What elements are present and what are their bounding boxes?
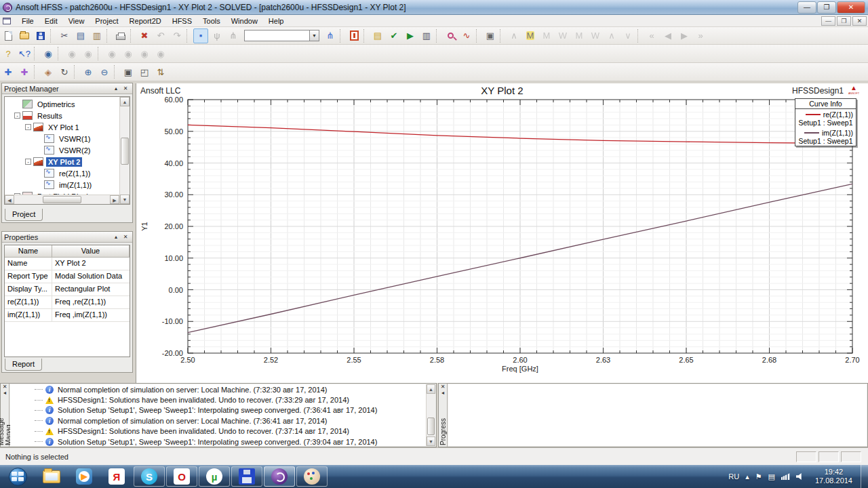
collapse-icon[interactable]: - — [25, 159, 31, 165]
boolean-subtract-button[interactable]: ✚ — [17, 64, 32, 79]
pan-button[interactable]: ◈ — [41, 64, 56, 79]
utorrent-taskbar-button[interactable]: µ — [199, 466, 230, 487]
message-vertical-scrollbar[interactable]: ▲ ▼ — [426, 384, 435, 446]
close-panel-icon[interactable]: ✕ — [121, 85, 130, 93]
solve-setup-button[interactable] — [347, 28, 361, 43]
property-value[interactable]: Freq ,re(Z(1,1)) — [52, 296, 130, 308]
open-file-button[interactable] — [17, 28, 32, 43]
wave-fast-button[interactable]: M — [523, 28, 538, 43]
tree-vertical-scrollbar[interactable]: ▲ ▼ — [119, 97, 130, 204]
minimize-button[interactable]: — — [797, 1, 816, 14]
snap-mode-button[interactable]: ψ — [210, 28, 224, 43]
start-button[interactable] — [1, 466, 35, 487]
print-button[interactable] — [113, 28, 128, 43]
collapse-panel-icon[interactable]: ◂ — [441, 390, 444, 396]
wave-w2-button[interactable]: W — [588, 28, 603, 43]
tree-item-xy-plot-1[interactable]: -XY Plot 1 — [14, 121, 119, 133]
solids-mode-button[interactable]: ▪ — [193, 28, 208, 43]
undo-button[interactable]: ↶ — [153, 28, 168, 43]
create-report-button[interactable]: ∿ — [459, 28, 474, 43]
hide-active-button[interactable]: ◉ — [121, 46, 136, 61]
nav-first-button[interactable]: « — [644, 28, 659, 43]
mdi-close-button[interactable]: ✕ — [852, 16, 867, 26]
close-panel-icon[interactable]: ✕ — [121, 233, 130, 241]
copy-report-button[interactable]: ▣ — [483, 28, 498, 43]
show-visible-button[interactable]: ◉ — [41, 46, 56, 61]
menu-help[interactable]: Help — [263, 16, 290, 26]
orient-axes-button[interactable]: ⇅ — [153, 64, 168, 79]
menu-file[interactable]: File — [16, 16, 39, 26]
media-player-taskbar-button[interactable] — [68, 466, 100, 487]
hide-selection-button[interactable]: ◉ — [64, 46, 79, 61]
scroll-down-icon[interactable]: ▼ — [120, 195, 130, 204]
explorer-taskbar-button[interactable] — [36, 466, 67, 487]
clipboard-tray-icon[interactable]: ▤ — [768, 472, 775, 481]
menu-project[interactable]: Project — [90, 16, 123, 26]
skype-taskbar-button[interactable]: S — [134, 466, 165, 487]
delete-button[interactable]: ✖ — [137, 28, 152, 43]
curve-info-legend[interactable]: Curve Info re(Z(1,1))Setup1 : Sweep1im(Z… — [795, 98, 856, 146]
property-value[interactable]: Freq ,im(Z(1,1)) — [52, 309, 130, 321]
pin-icon[interactable]: ▴ — [111, 233, 121, 241]
nav-prev-button[interactable]: ◀ — [660, 28, 675, 43]
menu-edit[interactable]: Edit — [39, 16, 63, 26]
mdi-minimize-button[interactable]: — — [821, 16, 835, 26]
mdi-document-icon[interactable] — [3, 18, 11, 24]
scroll-thumb[interactable] — [427, 418, 435, 435]
menu-report2d[interactable]: Report2D — [124, 16, 167, 26]
xy-plot-chart[interactable]: 60.0050.0040.0030.0020.0010.000.00-10.00… — [136, 83, 868, 383]
collapse-icon[interactable]: - — [25, 124, 31, 130]
wave-up-button[interactable]: ∧ — [604, 28, 619, 43]
language-indicator[interactable]: RU — [728, 472, 739, 481]
analyze-all-button[interactable]: ▶ — [403, 28, 418, 43]
scroll-right-icon[interactable]: ▶ — [110, 195, 119, 204]
hidden-icons-icon[interactable]: ▴ — [745, 472, 749, 481]
close-button[interactable]: ✕ — [837, 1, 865, 14]
property-value[interactable]: Rectangular Plot — [52, 283, 130, 296]
tree-item-xy-plot-2[interactable]: -XY Plot 2 — [14, 156, 119, 167]
scroll-up-icon[interactable]: ▲ — [120, 97, 130, 106]
hfss-taskbar-taskbar-button[interactable] — [264, 466, 295, 487]
tree-horizontal-scrollbar[interactable]: ◀ ▶ — [5, 195, 119, 204]
context-help-button[interactable]: ↖? — [17, 46, 32, 61]
tree-item-re-z-1-1-[interactable]: re(Z(1,1)) — [14, 167, 119, 179]
nav-last-button[interactable]: » — [693, 28, 708, 43]
combo-field[interactable] — [244, 30, 309, 41]
paint-taskbar-button[interactable] — [296, 466, 328, 487]
scroll-thumb[interactable] — [43, 196, 81, 203]
wave-down-button[interactable]: ∨ — [620, 28, 635, 43]
scroll-down-icon[interactable]: ▼ — [427, 436, 435, 446]
collapse-panel-icon[interactable]: ◂ — [3, 390, 6, 396]
boolean-unite-button[interactable]: ✚ — [1, 64, 16, 79]
restore-button[interactable]: ❐ — [817, 1, 836, 14]
tree-item-vswr-2-[interactable]: VSWR(2) — [14, 144, 119, 156]
hide-all-button[interactable]: ◉ — [81, 46, 96, 61]
clock[interactable]: 19:42 17.08.2014 — [811, 468, 856, 485]
save-button[interactable] — [33, 28, 48, 43]
mdi-restore-button[interactable]: ❐ — [837, 16, 851, 26]
copy-button[interactable]: ▤ — [73, 28, 88, 43]
help-pointer-button[interactable]: ? — [1, 46, 16, 61]
wave-linear-button[interactable]: ∧ — [507, 28, 521, 43]
show-others-button[interactable]: ◉ — [137, 46, 152, 61]
action-center-icon[interactable]: ⚑ — [755, 472, 762, 481]
tree-item-im-z-1-1-[interactable]: im(Z(1,1)) — [14, 179, 119, 190]
fit-all-button[interactable]: ▣ — [121, 64, 136, 79]
menu-hfss[interactable]: HFSS — [167, 16, 197, 26]
validate-button[interactable]: ▤ — [370, 28, 385, 43]
tree-item-optimetrics[interactable]: Optimetrics — [14, 98, 119, 110]
variable-combo[interactable]: ▼ — [244, 30, 319, 41]
scroll-up-icon[interactable]: ▲ — [427, 384, 435, 394]
wave-m2-button[interactable]: M — [572, 28, 587, 43]
report-tab[interactable]: Report — [5, 359, 42, 371]
yandex-browser-taskbar-button[interactable]: Я — [101, 466, 132, 487]
pin-icon[interactable]: ▴ — [111, 85, 121, 93]
opera-taskbar-button[interactable]: O — [166, 466, 197, 487]
paste-button[interactable]: ▥ — [90, 28, 104, 43]
legend-entry[interactable]: im(Z(1,1))Setup1 : Sweep1 — [795, 127, 856, 146]
volume-icon[interactable] — [796, 473, 805, 481]
property-value[interactable]: XY Plot 2 — [52, 258, 130, 270]
tree-item-results[interactable]: -Results — [14, 110, 119, 121]
show-desktop-button[interactable] — [861, 465, 868, 488]
legend-entry[interactable]: re(Z(1,1))Setup1 : Sweep1 — [795, 109, 856, 127]
